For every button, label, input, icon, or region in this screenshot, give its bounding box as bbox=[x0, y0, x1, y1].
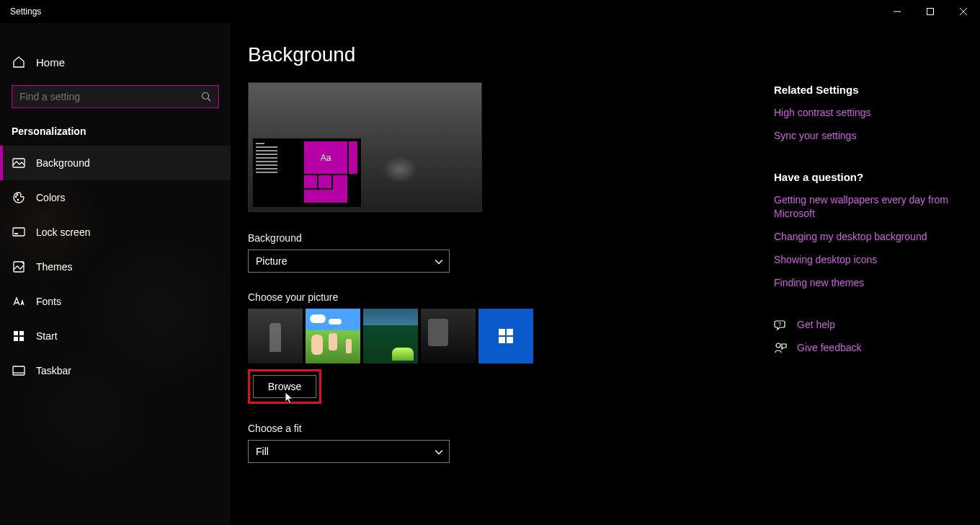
picture-thumb-4[interactable] bbox=[421, 309, 476, 363]
sidebar-item-lock-screen[interactable]: Lock screen bbox=[0, 215, 231, 250]
background-type-select[interactable]: Picture bbox=[248, 250, 450, 273]
svg-point-4 bbox=[202, 93, 209, 100]
home-nav[interactable]: Home bbox=[0, 45, 231, 79]
sidebar-nav-list: Background Colors bbox=[0, 146, 231, 388]
sidebar-item-label: Taskbar bbox=[36, 365, 71, 376]
picture-thumb-3[interactable] bbox=[363, 309, 418, 363]
svg-rect-14 bbox=[19, 331, 24, 335]
sidebar-item-label: Themes bbox=[36, 261, 73, 273]
browse-button-label: Browse bbox=[268, 381, 302, 392]
svg-point-9 bbox=[17, 199, 19, 200]
background-icon bbox=[12, 156, 26, 170]
feedback-label: Give feedback bbox=[797, 342, 862, 353]
choose-fit-label: Choose a fit bbox=[248, 423, 767, 434]
home-label: Home bbox=[36, 56, 65, 69]
get-help-label: Get help bbox=[797, 319, 835, 330]
sidebar-item-label: Start bbox=[36, 330, 58, 342]
sidebar-item-label: Fonts bbox=[36, 296, 61, 307]
preview-tile-aa: Aa bbox=[304, 141, 347, 174]
taskbar-icon bbox=[12, 363, 26, 378]
chevron-down-icon bbox=[435, 257, 442, 265]
chevron-down-icon bbox=[435, 448, 442, 455]
sidebar-item-start[interactable]: Start bbox=[0, 319, 231, 353]
maximize-button[interactable] bbox=[914, 0, 947, 23]
search-icon bbox=[201, 92, 211, 102]
sidebar-item-themes[interactable]: Themes bbox=[0, 250, 231, 284]
background-preview: Aa bbox=[248, 82, 482, 212]
svg-point-20 bbox=[776, 343, 780, 348]
svg-rect-17 bbox=[13, 366, 24, 375]
colors-icon bbox=[12, 190, 26, 205]
sidebar-item-fonts[interactable]: Fonts bbox=[0, 284, 231, 319]
sidebar-item-label: Lock screen bbox=[36, 226, 90, 238]
browse-highlight: Browse bbox=[248, 369, 321, 404]
get-help-icon: ? bbox=[774, 318, 787, 331]
picture-thumb-5[interactable] bbox=[478, 309, 533, 363]
page-title: Background bbox=[248, 43, 767, 66]
svg-rect-11 bbox=[14, 233, 18, 234]
svg-point-7 bbox=[15, 196, 17, 198]
choose-picture-label: Choose your picture bbox=[248, 291, 767, 303]
sidebar-section-title: Personalization bbox=[0, 120, 231, 146]
question-heading: Have a question? bbox=[774, 171, 951, 183]
start-icon bbox=[12, 329, 26, 343]
fonts-icon bbox=[12, 294, 26, 309]
lock-screen-icon bbox=[12, 225, 26, 239]
home-icon bbox=[12, 55, 26, 69]
link-change-background[interactable]: Changing my desktop background bbox=[774, 230, 951, 243]
close-button[interactable] bbox=[947, 0, 980, 23]
sidebar: Home Personalization bbox=[0, 23, 231, 525]
svg-rect-16 bbox=[19, 337, 24, 341]
sidebar-item-label: Background bbox=[36, 157, 90, 169]
related-settings-heading: Related Settings bbox=[774, 84, 951, 96]
svg-rect-10 bbox=[13, 228, 24, 236]
link-sync-settings[interactable]: Sync your settings bbox=[774, 129, 951, 142]
picture-thumb-2[interactable] bbox=[306, 309, 360, 363]
picture-thumbnails bbox=[248, 309, 767, 363]
give-feedback-row[interactable]: Give feedback bbox=[774, 341, 951, 354]
sidebar-item-background[interactable]: Background bbox=[0, 146, 231, 180]
svg-text:?: ? bbox=[778, 321, 782, 327]
sidebar-item-label: Colors bbox=[36, 192, 65, 203]
link-show-icons[interactable]: Showing desktop icons bbox=[774, 253, 951, 266]
picture-thumb-1[interactable] bbox=[248, 309, 303, 363]
search-input-wrap[interactable] bbox=[12, 85, 219, 108]
svg-rect-13 bbox=[14, 331, 18, 335]
search-input[interactable] bbox=[19, 91, 201, 102]
svg-line-5 bbox=[208, 99, 211, 102]
main-content: Background Aa bbox=[231, 23, 980, 525]
link-find-themes[interactable]: Finding new themes bbox=[774, 276, 951, 289]
window-title: Settings bbox=[10, 6, 41, 17]
svg-point-8 bbox=[17, 194, 18, 195]
sidebar-item-taskbar[interactable]: Taskbar bbox=[0, 353, 231, 388]
background-type-value: Picture bbox=[256, 255, 288, 267]
fit-select[interactable]: Fill bbox=[248, 440, 450, 463]
fit-value: Fill bbox=[256, 446, 269, 457]
minimize-button[interactable] bbox=[881, 0, 914, 23]
link-high-contrast[interactable]: High contrast settings bbox=[774, 106, 951, 119]
themes-icon bbox=[12, 260, 26, 274]
svg-rect-1 bbox=[927, 9, 934, 15]
get-help-row[interactable]: ? Get help bbox=[774, 318, 951, 331]
svg-rect-15 bbox=[14, 337, 18, 341]
cursor-icon bbox=[285, 392, 295, 405]
link-new-wallpapers[interactable]: Getting new wallpapers every day from Mi… bbox=[774, 193, 951, 219]
titlebar: Settings bbox=[0, 0, 980, 23]
background-dropdown-label: Background bbox=[248, 232, 767, 244]
feedback-icon bbox=[774, 341, 787, 354]
sidebar-item-colors[interactable]: Colors bbox=[0, 180, 231, 215]
